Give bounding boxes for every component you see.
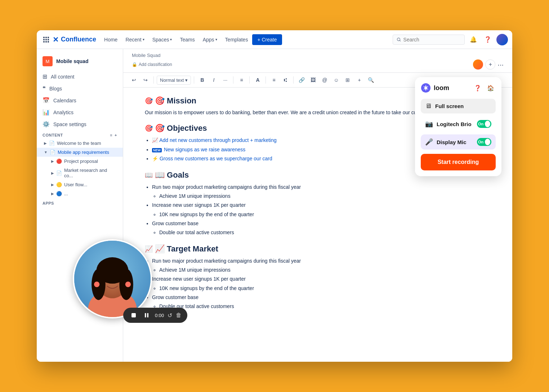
stop-button[interactable]: [129, 311, 138, 320]
bullet-list-button[interactable]: ≡: [269, 75, 279, 85]
search-box[interactable]: [393, 35, 465, 45]
nav-teams[interactable]: Teams: [176, 35, 198, 45]
emoji-button[interactable]: ☺: [331, 75, 341, 85]
link-icon: 📈: [152, 137, 158, 143]
mission-emoji: 🎯: [145, 97, 153, 105]
start-recording-button[interactable]: Start recording: [421, 154, 496, 170]
bold-button[interactable]: B: [197, 75, 207, 85]
loom-option-left: 🖥 Full screen: [425, 102, 464, 110]
table-button[interactable]: ⊞: [343, 75, 353, 85]
nav-apps[interactable]: Apps ▾: [199, 35, 221, 45]
list-item: Double our total active customers: [159, 228, 491, 237]
tree-item-collapsed-1[interactable]: ▶ 🔵 ...: [37, 189, 123, 198]
objective-link-1[interactable]: 📈 Add net new customers through product …: [152, 137, 277, 143]
page-icon: 🔴: [56, 159, 62, 164]
breadcrumb: Mobile Squad: [132, 53, 504, 59]
collaborator-avatar: [473, 59, 483, 70]
tree-item-mobile-app[interactable]: ▼ 📄 Mobile app requirements: [37, 148, 123, 157]
sidebar-item-blogs[interactable]: ❝ Blogs: [37, 83, 123, 94]
page-icon: 📄: [56, 170, 62, 176]
toolbar-separator-4: [249, 76, 250, 84]
loom-panel: loom ❓ 🏠 🖥 Full screen 📷 Logitech Brio O…: [415, 77, 501, 176]
svg-rect-3: [43, 39, 45, 40]
settings-icon: ⚙️: [43, 121, 50, 128]
goals-section: 📖 📖 Goals Run two major product marketin…: [145, 170, 491, 237]
nav-templates[interactable]: Templates: [222, 35, 252, 45]
sidebar-item-all-content[interactable]: ⊞ All content: [37, 71, 123, 83]
list-item: Run two major product marketing campaign…: [152, 183, 491, 192]
page-icon: 📄: [49, 141, 55, 146]
numbered-list-button[interactable]: ⑆: [280, 75, 290, 85]
grid-icon[interactable]: [41, 35, 51, 45]
add-content-icon[interactable]: +: [115, 133, 117, 137]
search-input[interactable]: [403, 37, 461, 43]
text-color-button[interactable]: A: [253, 75, 263, 85]
svg-rect-0: [43, 37, 45, 38]
sidebar-item-calendars[interactable]: 📅 Calendars: [37, 94, 123, 106]
help-icon[interactable]: ❓: [482, 34, 494, 45]
more-formatting-button[interactable]: ···: [220, 75, 230, 85]
notifications-icon[interactable]: 🔔: [468, 34, 479, 45]
camera-toggle[interactable]: On: [477, 120, 491, 128]
loom-fullscreen-option[interactable]: 🖥 Full screen: [421, 99, 496, 113]
italic-button[interactable]: I: [209, 75, 219, 85]
delete-recording-icon[interactable]: 🗑: [176, 312, 182, 318]
nav-home[interactable]: Home: [101, 35, 121, 45]
tree-item-market-research[interactable]: ▶ 📄 Market research and co...: [37, 166, 123, 180]
tree-item-project-proposal[interactable]: ▶ 🔴 Project proposal: [37, 157, 123, 166]
list-item: Achieve 1M unique impressions: [159, 266, 491, 275]
svg-rect-25: [147, 313, 149, 317]
align-button[interactable]: ≡: [236, 75, 246, 85]
content-tree: ▶ 📄 Welcome to the team ▼ 📄 Mobile app r…: [37, 139, 123, 198]
undo-recording-icon[interactable]: ↺: [168, 312, 172, 319]
more-options-icon[interactable]: ···: [497, 61, 504, 69]
create-button[interactable]: + Create: [252, 34, 282, 45]
toggle-knob: [485, 139, 490, 145]
camera-label: Logitech Brio: [437, 121, 472, 127]
app-logo[interactable]: ✕ Confluence: [53, 35, 96, 44]
objective-link-3[interactable]: ⚡ Gross new customers as we supercharge …: [152, 156, 272, 161]
link-button[interactable]: 🔗: [296, 75, 307, 85]
svg-rect-23: [131, 313, 136, 317]
breadcrumb-text[interactable]: Mobile Squad: [132, 53, 161, 58]
undo-button[interactable]: ↩: [129, 75, 139, 85]
add-collaborator-button[interactable]: +: [485, 59, 495, 70]
sidebar-item-space-settings[interactable]: ⚙️ Space settings: [37, 118, 123, 130]
loom-camera-option[interactable]: 📷 Logitech Brio On: [421, 116, 496, 132]
webcam-bubble: [73, 239, 152, 318]
loom-help-button[interactable]: ❓: [473, 83, 483, 93]
mic-toggle-label: On: [478, 140, 483, 144]
redo-button[interactable]: ↪: [140, 75, 151, 85]
objectives-emoji: 🎯: [145, 124, 153, 132]
calendars-icon: 📅: [43, 97, 50, 104]
user-avatar[interactable]: [496, 34, 508, 45]
apps-section-header: APPS: [37, 198, 123, 207]
tree-item-welcome[interactable]: ▶ 📄 Welcome to the team: [37, 139, 123, 148]
nav-spaces[interactable]: Spaces ▾: [149, 35, 176, 45]
pause-button[interactable]: [142, 311, 151, 320]
nav-recent[interactable]: Recent ▾: [122, 35, 148, 45]
apps-chevron: ▾: [215, 37, 217, 41]
svg-line-10: [400, 40, 401, 41]
sort-icon[interactable]: ≡: [110, 133, 112, 137]
toolbar-separator-2: [194, 76, 194, 84]
mic-icon: 🎤: [425, 138, 433, 146]
arrow-icon: ▶: [44, 141, 47, 145]
objective-link-2[interactable]: NEW New signups as we raise awareness: [152, 147, 245, 152]
loom-home-button[interactable]: 🏠: [486, 83, 496, 93]
insert-button[interactable]: +: [354, 75, 364, 85]
mention-button[interactable]: @: [320, 75, 330, 85]
mic-toggle[interactable]: On: [477, 138, 491, 146]
text-style-dropdown[interactable]: Normal text ▾: [157, 76, 191, 85]
toolbar-separator: [153, 76, 154, 84]
search-content-button[interactable]: 🔍: [366, 75, 376, 85]
page-classify[interactable]: 🔒 Add classification: [132, 62, 172, 67]
sidebar-item-analytics[interactable]: 📊 Analytics: [37, 106, 123, 118]
toolbar-separator-5: [265, 76, 266, 84]
image-button[interactable]: 🖼: [308, 75, 318, 85]
loom-mic-option[interactable]: 🎤 Display Mic On: [421, 134, 496, 150]
all-content-icon: ⊞: [43, 73, 47, 80]
page-header: Mobile Squad 🔒 Add classification + ···: [123, 49, 512, 73]
tree-item-user-flow[interactable]: ▶ 🟡 User flow...: [37, 180, 123, 189]
svg-rect-6: [43, 41, 45, 43]
